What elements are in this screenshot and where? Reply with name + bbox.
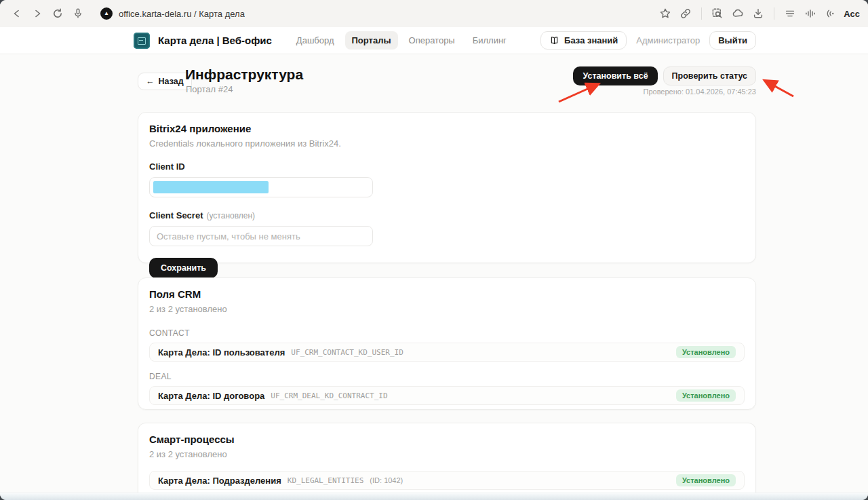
reload-icon[interactable] [49, 5, 66, 22]
smart-processes-card: Смарт-процессы 2 из 2 установлено Карта … [138, 423, 756, 500]
nav-item-operators[interactable]: Операторы [402, 31, 462, 50]
page-subtitle: Портал #24 [186, 84, 233, 94]
bookmark-star-icon[interactable] [656, 5, 674, 22]
back-button[interactable]: ← Назад [138, 73, 192, 90]
card-subtitle: 2 из 2 установлено [149, 449, 745, 459]
redacted-value-highlight [153, 181, 269, 193]
section-label-deal: DEAL [149, 372, 745, 381]
extension-label[interactable]: Acc [844, 9, 860, 19]
toolbar-divider [774, 7, 774, 20]
table-row[interactable]: Карта Дела: ID договора UF_CRM_DEAL_KD_C… [149, 386, 745, 405]
book-icon [549, 35, 559, 45]
client-secret-label: Client Secret(установлен) [149, 210, 745, 220]
main-nav: Дашборд Порталы Операторы Биллинг [290, 31, 513, 50]
signal-icon[interactable] [822, 5, 840, 22]
field-code: KD_LEGAL_ENTITIES [288, 476, 364, 485]
table-row[interactable]: Карта Дела: ID пользователя UF_CRM_CONTA… [149, 343, 745, 362]
app-title: Карта дела | Веб-офис [158, 35, 272, 46]
page-title: Инфраструктура [185, 66, 303, 83]
nav-item-dashboard[interactable]: Дашборд [290, 31, 341, 50]
client-id-label: Client ID [149, 161, 745, 172]
bitrix-app-card: Bitrix24 приложение Credentials локально… [138, 112, 756, 263]
forward-icon[interactable] [28, 5, 46, 22]
back-icon[interactable] [8, 5, 26, 22]
back-arrow-icon: ← [146, 77, 155, 86]
client-secret-input[interactable] [149, 226, 373, 246]
field-name: Карта Дела: Подразделения [158, 476, 281, 486]
field-code: UF_CRM_CONTACT_KD_USER_ID [291, 348, 403, 357]
annotation-arrow [765, 81, 793, 96]
field-id: (ID: 1042) [370, 476, 403, 484]
card-subtitle: Credentials локального приложения из Bit… [149, 138, 745, 149]
browser-toolbar: ▲ office.karta-dela.ru / Карта дела Acc [0, 0, 868, 27]
card-subtitle: 2 из 2 установлено [149, 304, 745, 314]
logout-button[interactable]: Выйти [709, 31, 756, 50]
nav-item-portals[interactable]: Порталы [345, 31, 398, 50]
knowledge-base-button[interactable]: База знаний [540, 31, 627, 50]
save-button[interactable]: Сохранить [149, 258, 218, 278]
client-secret-note: (установлен) [206, 211, 255, 220]
card-title: Поля CRM [149, 288, 745, 301]
check-status-button[interactable]: Проверить статус [663, 66, 756, 85]
app-logo-icon [134, 33, 150, 49]
browser-window: ▲ office.karta-dela.ru / Карта дела Acc [0, 0, 868, 500]
extensions-icon[interactable] [729, 5, 747, 22]
copy-link-icon[interactable] [677, 5, 694, 22]
address-bar[interactable]: ▲ office.karta-dela.ru / Карта дела [100, 7, 654, 20]
equalizer-icon[interactable] [802, 5, 819, 22]
section-label-contact: CONTACT [149, 328, 745, 338]
back-button-label: Назад [159, 77, 184, 86]
window-bottom-edge [0, 493, 868, 500]
crm-fields-card: Поля CRM 2 из 2 установлено CONTACT Карт… [138, 277, 756, 410]
checked-at-timestamp: Проверено: 01.04.2026, 07:45:23 [643, 88, 756, 96]
card-title: Bitrix24 приложение [149, 122, 745, 136]
knowledge-base-label: База знаний [564, 35, 618, 45]
capture-area-icon[interactable] [709, 5, 726, 22]
user-role-label: Администратор [636, 35, 700, 45]
status-badge: Установлено [676, 474, 736, 486]
table-row[interactable]: Карта Дела: Подразделения KD_LEGAL_ENTIT… [149, 471, 745, 490]
status-badge: Установлено [676, 389, 736, 402]
install-all-button[interactable]: Установить всё [573, 66, 657, 85]
field-code: UF_CRM_DEAL_KD_CONTRACT_ID [271, 391, 387, 400]
reading-list-icon[interactable] [781, 5, 799, 22]
field-name: Карта Дела: ID договора [158, 391, 264, 401]
app-header: Карта дела | Веб-офис Дашборд Порталы Оп… [0, 27, 868, 54]
client-id-input[interactable] [149, 177, 373, 197]
annotation-arrow [559, 84, 598, 102]
download-icon[interactable] [749, 5, 767, 22]
status-badge: Установлено [676, 346, 736, 358]
card-title: Смарт-процессы [149, 433, 745, 446]
site-favicon-icon: ▲ [100, 7, 113, 20]
microphone-icon[interactable] [69, 5, 87, 22]
field-name: Карта Дела: ID пользователя [158, 347, 285, 358]
nav-item-billing[interactable]: Биллинг [466, 31, 513, 50]
toolbar-divider [701, 7, 702, 20]
url-text: office.karta-dela.ru / Карта дела [119, 9, 245, 19]
